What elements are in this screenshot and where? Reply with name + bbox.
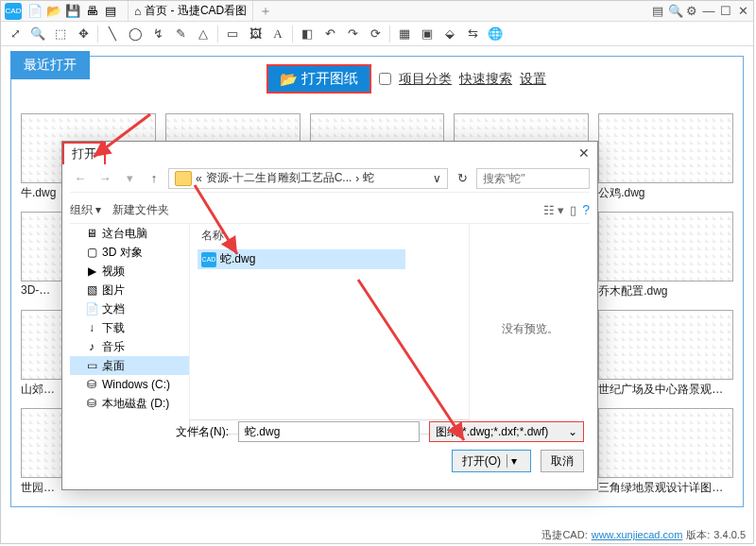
path-part[interactable]: 蛇 (363, 170, 374, 186)
folder-icon: 📂 (280, 71, 298, 88)
nav-forward-button[interactable]: → (94, 171, 115, 185)
refresh-button[interactable]: ↻ (452, 171, 472, 185)
image-icon[interactable]: 🖼 (247, 26, 264, 43)
thumbnail-label: 三角绿地景观设计详图… (598, 480, 733, 496)
tree-item[interactable]: ↓下载 (70, 318, 189, 337)
home-icon: ⌂ (134, 5, 141, 18)
line-icon[interactable]: ╲ (104, 26, 121, 43)
dialog-close-button[interactable]: ✕ (578, 145, 590, 161)
text-icon[interactable]: A (269, 26, 286, 43)
path-bar[interactable]: « 资源-十二生肖雕刻工艺品C... › 蛇 ∨ (168, 168, 448, 189)
path-part[interactable]: 资源-十二生肖雕刻工艺品C... (206, 170, 352, 186)
dialog-cancel-button[interactable]: 取消 (541, 450, 584, 472)
minimize-button[interactable]: — (702, 4, 715, 18)
new-icon[interactable]: 📄 (26, 3, 43, 20)
thumbnail[interactable]: 三角绿地景观设计详图… (598, 408, 733, 497)
maximize-button[interactable]: ☐ (719, 4, 732, 18)
open-drawing-button[interactable]: 📂 打开图纸 (266, 64, 371, 94)
organize-button[interactable]: 组织 ▾ (70, 202, 101, 218)
separator (217, 26, 218, 43)
zoom-ext-icon[interactable]: ⤢ (7, 26, 24, 43)
nav-dropdown[interactable]: ▾ (119, 171, 140, 185)
version-label: 版本: (686, 528, 710, 542)
thumbnail[interactable]: 世纪广场及中心路景观… (598, 310, 733, 402)
thumbnail-label: 公鸡.dwg (598, 185, 733, 201)
close-button[interactable]: ✕ (736, 4, 749, 18)
card-icon[interactable]: ▤ (651, 4, 664, 18)
open-drawing-label: 打开图纸 (301, 70, 358, 88)
dialog-nav: ← → ▾ ↑ « 资源-十二生肖雕刻工艺品C... › 蛇 ∨ ↻ (70, 168, 590, 193)
filetype-filter[interactable]: 图纸(*.dwg;*.dxf;*.dwf) ⌄ (429, 421, 584, 442)
category-link[interactable]: 项目分类 (399, 71, 452, 88)
zoom-in-icon[interactable]: 🔍 (29, 26, 46, 43)
tree-label: 音乐 (102, 339, 125, 355)
compare-icon[interactable]: ⇆ (464, 26, 481, 43)
zoom-window-icon[interactable]: ⬚ (52, 26, 69, 43)
erase-icon[interactable]: △ (195, 26, 212, 43)
dialog-body: 🖥这台电脑▢3D 对象▶视频▧图片📄文档↓下载♪音乐▭桌面⛁Windows (C… (70, 223, 590, 435)
select-icon[interactable]: ▭ (224, 26, 241, 43)
open-icon[interactable]: 📂 (45, 3, 62, 20)
rotate-icon[interactable]: ⟳ (367, 26, 384, 43)
circle-icon[interactable]: ◯ (127, 26, 144, 43)
print-icon[interactable]: 🖶 (83, 3, 100, 20)
view-mode-button[interactable]: ☷ ▾ (543, 203, 565, 217)
dialog-open-button[interactable]: 打开(O) ▾ (452, 450, 531, 472)
tree-item[interactable]: ▭桌面 (70, 356, 189, 375)
nav-up-button[interactable]: ↑ (144, 171, 164, 185)
tree-label: Windows (C:) (102, 378, 170, 391)
home-tab[interactable]: ⌂ 首页 - 迅捷CAD看图 (128, 1, 253, 21)
edit-icon[interactable]: ✎ (172, 26, 189, 43)
tree-item[interactable]: ⛁本地磁盘 (D:) (70, 394, 189, 413)
tree-item[interactable]: ▢3D 对象 (70, 243, 189, 262)
status-url[interactable]: www.xunjiecad.com (592, 529, 683, 540)
tree-item[interactable]: 🖥这台电脑 (70, 224, 189, 243)
dialog-commandbar: 组织 ▾ 新建文件夹 ☷ ▾ ▯ ? (70, 198, 590, 221)
tree-item[interactable]: ▶视频 (70, 262, 189, 281)
thumbnail[interactable]: 公鸡.dwg (598, 113, 733, 206)
search-icon[interactable]: 🔍 (668, 4, 681, 18)
tree-item[interactable]: ♪音乐 (70, 337, 189, 356)
recent-tab[interactable]: 最近打开 (10, 51, 90, 79)
help-button[interactable]: ? (582, 202, 590, 217)
settings-link[interactable]: 设置 (520, 71, 546, 88)
polyline-icon[interactable]: ↯ (149, 26, 166, 43)
new-tab-button[interactable]: ＋ (259, 3, 272, 20)
tree-icon: ▧ (85, 283, 98, 297)
tree-icon: ▭ (85, 359, 98, 372)
undo-icon[interactable]: ↶ (321, 26, 338, 43)
thumbnail-label: 世纪广场及中心路景观… (598, 382, 733, 398)
eraser-icon[interactable]: ◧ (299, 26, 316, 43)
quicksearch-link[interactable]: 快速搜索 (459, 71, 512, 88)
globe-icon[interactable]: 🌐 (487, 26, 504, 43)
tree-item[interactable]: 📄文档 (70, 299, 189, 318)
settings-icon[interactable]: ⚙ (685, 4, 698, 18)
status-bar: 迅捷CAD: www.xunjiecad.com 版本: 3.4.0.5 (541, 526, 746, 543)
preview-pane-button[interactable]: ▯ (570, 203, 576, 217)
batch-icon[interactable]: ▤ (102, 3, 119, 20)
layers-icon[interactable]: ▦ (396, 26, 413, 43)
category-checkbox[interactable] (379, 73, 391, 85)
tree-item[interactable]: ▧图片 (70, 281, 189, 299)
thumbnail-image (598, 310, 733, 380)
search-input[interactable] (476, 168, 590, 189)
save-icon[interactable]: 💾 (64, 3, 81, 20)
path-dropdown[interactable]: ∨ (433, 172, 441, 185)
redo-icon[interactable]: ↷ (344, 26, 361, 43)
open-dropdown[interactable]: ▾ (507, 454, 521, 468)
tree-icon: ♪ (85, 340, 98, 353)
nav-back-button[interactable]: ← (70, 171, 91, 185)
thumbnail[interactable]: 乔木配置.dwg (598, 212, 733, 304)
column-name[interactable]: 名称 (201, 228, 461, 244)
toolbar: ⤢ 🔍 ⬚ ✥ ╲ ◯ ↯ ✎ △ ▭ 🖼 A ◧ ↶ ↷ ⟳ ▦ ▣ ⬙ ⇆ … (1, 22, 753, 46)
model-icon[interactable]: ⬙ (441, 26, 458, 43)
tree-label: 文档 (102, 301, 125, 317)
newfolder-button[interactable]: 新建文件夹 (112, 202, 169, 218)
file-item[interactable]: CAD 蛇.dwg (198, 249, 405, 269)
filename-input[interactable] (238, 421, 420, 442)
tree-icon: ▶ (85, 264, 98, 278)
cube-icon[interactable]: ▣ (419, 26, 436, 43)
preview-pane: 没有预览。 (469, 224, 590, 435)
tree-item[interactable]: ⛁Windows (C:) (70, 375, 189, 394)
pan-icon[interactable]: ✥ (75, 26, 92, 43)
